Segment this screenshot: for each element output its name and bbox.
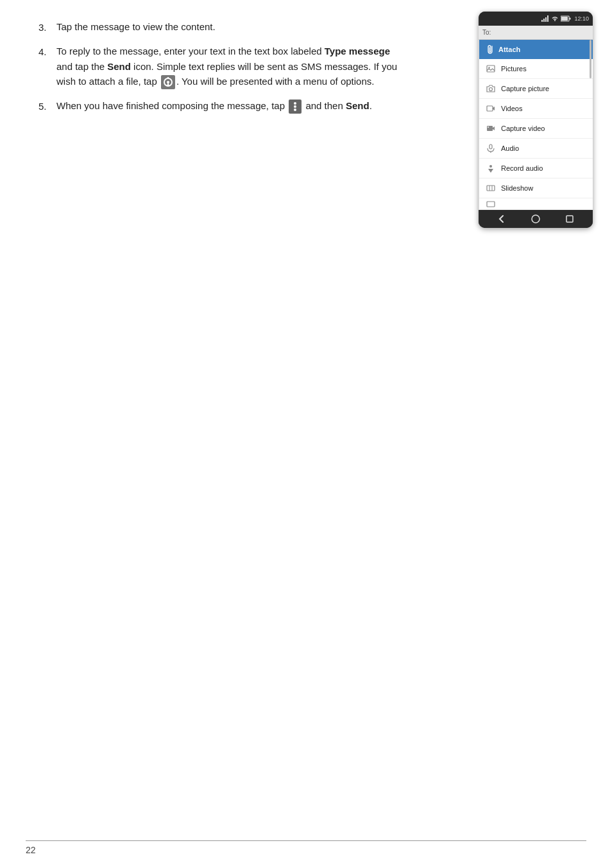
pictures-icon — [486, 64, 496, 74]
bold-send-2: Send — [346, 100, 370, 111]
phone-screen: To: Attach Pictures — [479, 26, 593, 210]
svg-rect-29 — [566, 216, 573, 222]
signal-icon — [541, 15, 549, 22]
bold-send-1: Send — [107, 61, 131, 72]
step-number-4: 4. — [38, 44, 56, 59]
videos-label: Videos — [501, 105, 522, 112]
back-icon — [497, 214, 507, 224]
capture-video-label: Capture video — [501, 125, 545, 132]
svg-point-5 — [294, 102, 296, 105]
svg-rect-8 — [541, 20, 543, 22]
svg-rect-14 — [561, 17, 568, 21]
svg-rect-27 — [487, 202, 495, 207]
step-text-4: To reply to the message, enter your text… — [56, 44, 398, 89]
step-number-5: 5. — [38, 98, 56, 114]
audio-label: Audio — [501, 144, 519, 152]
phone-status-bar: 12:10 — [479, 12, 593, 26]
slideshow-icon — [486, 183, 496, 193]
svg-rect-13 — [570, 18, 571, 20]
record-audio-icon — [486, 163, 496, 173]
slideshow-label: Slideshow — [501, 184, 533, 192]
back-button[interactable] — [495, 213, 508, 225]
instruction-item-5: 5. When you have finished composing the … — [38, 98, 398, 114]
step-text-3: Tap the message to view the content. — [56, 19, 398, 34]
svg-rect-19 — [487, 126, 493, 131]
battery-icon — [561, 15, 571, 22]
more-icon — [486, 199, 496, 209]
recents-button[interactable] — [563, 213, 576, 225]
record-audio-label: Record audio — [501, 164, 543, 172]
menu-item-videos[interactable]: Videos — [479, 99, 593, 119]
menu-item-capture-picture[interactable]: Capture picture — [479, 79, 593, 99]
capture-video-icon — [486, 123, 496, 134]
phone-panel: 12:10 To: Attach — [479, 12, 593, 228]
svg-rect-24 — [487, 186, 495, 191]
to-label: To: — [482, 29, 491, 36]
instruction-item-3: 3. Tap the message to view the content. — [38, 19, 398, 35]
svg-point-20 — [488, 126, 489, 128]
status-icons: 12:10 — [541, 15, 589, 22]
svg-point-16 — [488, 67, 489, 68]
home-button[interactable] — [529, 213, 542, 225]
phone-menu: Attach Pictures — [479, 40, 593, 210]
menu-item-record-audio[interactable]: Record audio — [479, 159, 593, 178]
svg-point-2 — [167, 81, 169, 83]
menu-header-label[interactable]: Attach — [498, 46, 520, 53]
attach-icon-reference — [161, 75, 175, 89]
svg-point-23 — [489, 165, 492, 168]
wifi-icon — [551, 15, 559, 22]
page-number: 22 — [26, 845, 36, 855]
step-text-5: When you have finished composing the mes… — [56, 98, 398, 114]
page-content: 3. Tap the message to view the content. … — [0, 0, 436, 161]
svg-point-6 — [294, 105, 296, 108]
capture-picture-label: Capture picture — [501, 85, 549, 92]
svg-rect-10 — [545, 17, 547, 22]
pictures-label: Pictures — [501, 65, 527, 73]
svg-point-28 — [532, 215, 540, 223]
time-display: 12:10 — [574, 15, 589, 22]
page-footer: 22 — [26, 840, 586, 855]
bold-type-messege: Type messege — [325, 46, 390, 56]
home-icon — [531, 214, 541, 224]
dots-icon-reference — [289, 100, 302, 114]
instruction-list: 3. Tap the message to view the content. … — [38, 19, 398, 114]
svg-rect-15 — [487, 65, 495, 72]
menu-item-audio[interactable]: Audio — [479, 139, 593, 159]
svg-rect-9 — [543, 19, 545, 22]
menu-item-capture-video[interactable]: Capture video — [479, 119, 593, 139]
camera-icon — [486, 83, 496, 94]
svg-point-17 — [489, 88, 493, 91]
instruction-item-4: 4. To reply to the message, enter your t… — [38, 44, 398, 89]
menu-item-slideshow[interactable]: Slideshow — [479, 178, 593, 198]
phone-scrollbar — [590, 40, 591, 78]
svg-rect-18 — [487, 106, 493, 111]
recents-icon — [565, 214, 575, 224]
phone-to-bar: To: — [479, 26, 593, 40]
menu-item-pictures[interactable]: Pictures — [479, 59, 593, 79]
svg-rect-11 — [547, 15, 548, 22]
step-number-3: 3. — [38, 19, 56, 35]
videos-icon — [486, 103, 496, 114]
svg-rect-21 — [489, 144, 492, 149]
svg-point-7 — [294, 108, 296, 111]
attach-menu-icon — [486, 45, 495, 54]
phone-nav-bar — [479, 210, 593, 228]
menu-item-more[interactable] — [479, 198, 593, 210]
menu-header: Attach — [479, 40, 593, 59]
audio-icon — [486, 143, 496, 153]
